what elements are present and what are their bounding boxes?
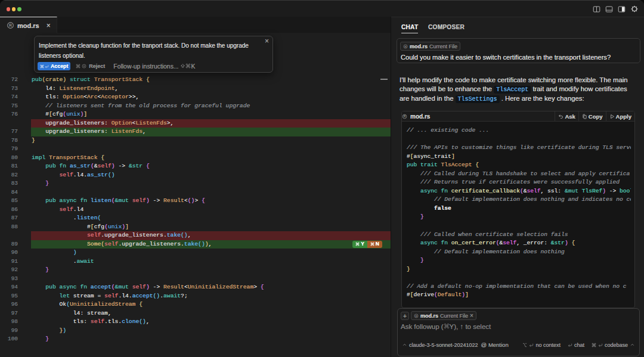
svg-text:R: R [9, 23, 12, 27]
svg-text:R: R [404, 45, 407, 48]
svg-text:R: R [404, 115, 406, 118]
svg-text:R: R [415, 314, 417, 317]
